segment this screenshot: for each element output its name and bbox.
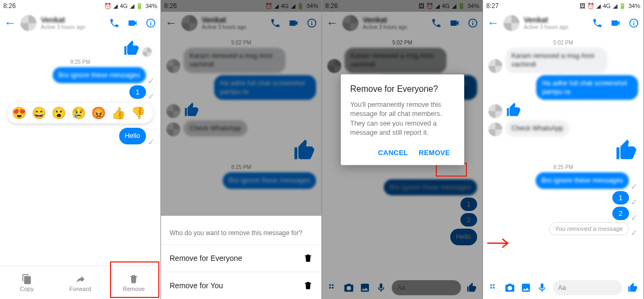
back-icon[interactable]: ← (165, 16, 177, 30)
phone-icon[interactable] (109, 18, 120, 28)
video-icon[interactable] (610, 18, 621, 28)
copy-button[interactable]: Copy (0, 266, 54, 299)
message-input[interactable]: Aa (553, 280, 622, 295)
contact-name: Venkat (41, 16, 105, 24)
mic-icon[interactable] (376, 282, 386, 293)
phone-icon[interactable] (592, 18, 603, 28)
like-button[interactable] (466, 282, 477, 293)
like-icon (123, 40, 140, 57)
like-button[interactable] (627, 282, 638, 293)
contact-block[interactable]: Venkat Active 3 hours ago (41, 16, 105, 30)
chat-header: ← Venkat Active 3 hours ago (0, 12, 160, 34)
mic-icon[interactable] (537, 282, 547, 293)
panel-2-sheet: 8:26⏰ ◢4G ◢ 🔋34% ← VenkatActive 3 hours … (161, 0, 322, 299)
video-icon[interactable] (127, 18, 138, 28)
react-thumbs-up[interactable]: 👍 (111, 106, 126, 120)
dialog-title: Remove for Everyone? (350, 84, 455, 93)
cancel-button[interactable]: CANCEL (374, 145, 412, 159)
panel-4-result: 8:27🖼 ⏰ ◢4G ◢ 🔋34% ← VenkatActive 3 hour… (483, 0, 644, 299)
info-icon[interactable] (145, 18, 156, 28)
back-icon[interactable]: ← (487, 16, 499, 30)
remove-for-everyone[interactable]: Remove for Everyone (161, 244, 321, 272)
panel-1-reactions: 8:26 ⏰ ◢4G ◢ 🔋34% ← Venkat Active 3 hour… (0, 0, 161, 299)
status-time: 8:26 (3, 2, 16, 10)
react-sad[interactable]: 😢 (71, 106, 86, 120)
dialog-body: You'll permanently remove this message f… (350, 100, 455, 137)
composer: Aa (483, 276, 643, 299)
like-icon (506, 102, 522, 118)
remove-sheet: Who do you want to remove this message f… (161, 222, 321, 299)
forward-button[interactable]: Forward (54, 266, 107, 299)
contact-status: Active 3 hours ago (41, 24, 105, 30)
avatar[interactable] (20, 15, 36, 31)
msg-out[interactable]: Bro ignore these messages (53, 67, 146, 83)
gallery-icon[interactable] (360, 282, 370, 293)
chat-body: 8:25 PM Bro ignore these messages✓ 1✓ 😍 … (0, 34, 160, 266)
removed-message: You removed a message (549, 222, 629, 235)
trash-icon (303, 281, 313, 290)
status-bar: 8:26 ⏰ ◢4G ◢ 🔋34% (0, 0, 160, 12)
trash-icon (303, 253, 313, 263)
msg-out[interactable]: 1 (129, 85, 146, 99)
msg-hello[interactable]: Hello (119, 128, 147, 144)
confirm-dialog: Remove for Everyone? You'll permanently … (341, 74, 464, 165)
info-icon[interactable] (628, 18, 639, 28)
reaction-picker[interactable]: 😍 😄 😮 😢 😡 👍 👎 (8, 103, 153, 123)
chat-body: 5:02 PM Karam removed a msg Anni vachind… (483, 34, 643, 276)
react-angry[interactable]: 😡 (91, 106, 106, 120)
message-input[interactable]: Aa (392, 280, 461, 295)
react-wow[interactable]: 😮 (52, 106, 66, 120)
react-love[interactable]: 😍 (12, 106, 26, 120)
remove-button[interactable]: REMOVE (414, 145, 454, 159)
avatar[interactable] (503, 15, 519, 31)
panel-3-dialog: 8:26🖼 ⏰ ◢4G ◢ 🔋34% ← VenkatActive 3 hour… (322, 0, 483, 299)
like-icon (614, 138, 638, 162)
react-thumbs-down[interactable]: 👎 (131, 106, 145, 120)
remove-for-you[interactable]: Remove for You (161, 272, 321, 299)
camera-icon[interactable] (343, 282, 354, 293)
arrow-annotation (486, 237, 512, 250)
camera-icon[interactable] (504, 282, 515, 293)
gallery-icon[interactable] (521, 282, 531, 293)
timestamp: 8:25 PM (5, 59, 155, 65)
status-icons: ⏰ ◢4G ◢ 🔋34% (104, 3, 157, 10)
react-haha[interactable]: 😄 (32, 106, 46, 120)
back-icon[interactable]: ← (4, 16, 16, 30)
apps-icon[interactable] (488, 282, 499, 293)
apps-icon[interactable] (327, 282, 338, 293)
sheet-title: Who do you want to remove this message f… (161, 222, 321, 244)
highlight-remove (110, 261, 159, 298)
